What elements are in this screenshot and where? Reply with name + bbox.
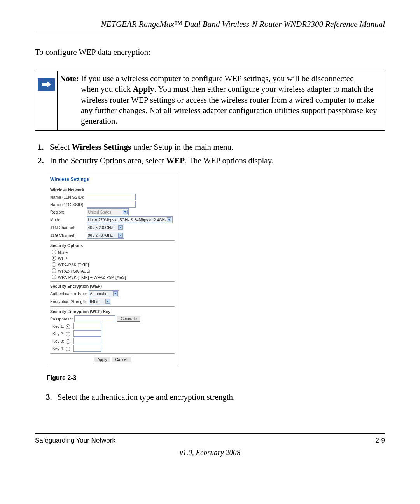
radio-icon[interactable] <box>66 332 70 336</box>
note-apply-word: Apply <box>133 84 154 94</box>
auth-type-select[interactable]: Automatic <box>89 290 119 297</box>
panel-title: Wireless Settings <box>50 177 175 182</box>
wireless-network-heading: Wireless Network <box>50 187 175 192</box>
radio-icon <box>52 262 56 267</box>
radio-icon[interactable] <box>66 339 70 344</box>
radio-icon <box>52 250 56 254</box>
note-text: Note: If you use a wireless computer to … <box>58 71 385 130</box>
mode-label: Mode: <box>50 217 85 222</box>
figure: Wireless Settings Wireless Network Name … <box>47 174 385 366</box>
secopt-label: WEP <box>58 256 67 261</box>
mode-select[interactable]: Up to 270Mbps at 5GHz & 54Mbps at 2.4GHz <box>87 216 173 223</box>
passphrase-input[interactable] <box>74 315 116 322</box>
step2-b: . The WEP options display. <box>185 156 273 165</box>
secopt-none[interactable]: None <box>52 249 175 255</box>
name-11g-input[interactable] <box>87 201 136 208</box>
name-11n-label: Name (11N SSID): <box>50 195 85 200</box>
note-rest-prefix: when you click <box>81 84 133 94</box>
key1-input[interactable] <box>74 323 102 329</box>
step-1: Select Wireless Settings under Setup in … <box>46 142 385 152</box>
note-icon-cell <box>35 71 58 130</box>
step3-number: 3. <box>46 392 52 402</box>
secopt-wpa-mixed[interactable]: WPA-PSK [TKIP] + WPA2-PSK [AES] <box>52 274 175 280</box>
apply-button[interactable]: Apply <box>94 357 110 362</box>
step2-bold: WEP <box>166 156 185 165</box>
step-2: In the Security Options area, select WEP… <box>46 156 385 166</box>
ch11n-label: 11N Channel: <box>50 225 85 230</box>
radio-icon[interactable] <box>66 346 70 351</box>
ch11n-select[interactable]: 40 / 5.200GHz <box>87 224 124 231</box>
radio-icon <box>52 256 56 261</box>
running-header: NETGEAR RangeMax™ Dual Band Wireless-N R… <box>35 19 385 32</box>
ch11g-label: 11G Channel: <box>50 233 85 238</box>
auth-type-label: Authentication Type: <box>50 291 87 296</box>
footer-left: Safeguarding Your Network <box>35 437 116 444</box>
step-3: 3.Select the authentication type and enc… <box>46 392 385 402</box>
name-11g-label: Name (11G SSID): <box>50 202 85 207</box>
secopt-label: WPA-PSK [TKIP] <box>58 262 89 267</box>
footer-page-number: 2-9 <box>375 437 385 444</box>
key1-label: Key 1: <box>52 324 64 329</box>
document-page: NETGEAR RangeMax™ Dual Band Wireless-N R… <box>0 0 420 469</box>
wep-key-heading: Security Encryption (WEP) Key <box>50 309 175 314</box>
key2-label: Key 2: <box>52 331 64 336</box>
secopt-wpa-tkip[interactable]: WPA-PSK [TKIP] <box>52 262 175 267</box>
intro-text: To configure WEP data encryption: <box>35 47 385 57</box>
secopt-wpa2-aes[interactable]: WPA2-PSK [AES] <box>52 268 175 273</box>
radio-icon <box>52 268 56 273</box>
key4-input[interactable] <box>74 345 102 352</box>
step3-text: Select the authentication type and encry… <box>58 392 235 402</box>
radio-icon <box>52 275 56 279</box>
step1-a: Select <box>50 142 72 152</box>
arrow-right-icon <box>38 78 55 91</box>
step2-a: In the Security Options area, select <box>50 156 166 165</box>
page-footer: Safeguarding Your Network 2-9 v1.0, Febr… <box>35 433 385 457</box>
note-label: Note: <box>60 74 79 83</box>
name-11n-input[interactable] <box>87 194 136 200</box>
footer-version: v1.0, February 2008 <box>35 448 385 457</box>
enc-strength-select[interactable]: 64bit <box>89 298 111 305</box>
radio-icon[interactable] <box>66 324 70 329</box>
figure-caption: Figure 2-3 <box>47 374 385 382</box>
step1-bold: Wireless Settings <box>72 142 131 152</box>
secopt-label: WPA-PSK [TKIP] + WPA2-PSK [AES] <box>58 275 126 280</box>
note-box: Note: If you use a wireless computer to … <box>35 71 385 131</box>
secopt-wep[interactable]: WEP <box>52 256 175 261</box>
ch11g-select[interactable]: 06 / 2.437GHz <box>87 232 124 239</box>
secopt-label: WPA2-PSK [AES] <box>58 269 90 273</box>
enc-strength-label: Encryption Strength: <box>50 299 87 304</box>
region-label: Region: <box>50 210 85 214</box>
security-options-heading: Security Options <box>50 243 175 248</box>
cancel-button[interactable]: Cancel <box>112 357 131 362</box>
key4-label: Key 4: <box>52 346 64 351</box>
key3-label: Key 3: <box>52 339 64 343</box>
note-first-line: If you use a wireless computer to config… <box>79 74 354 83</box>
passphrase-label: Passphrase: <box>50 317 73 321</box>
region-select[interactable]: United States <box>87 208 129 215</box>
router-panel-screenshot: Wireless Settings Wireless Network Name … <box>47 174 178 366</box>
key3-input[interactable] <box>74 338 102 344</box>
wep-encryption-heading: Security Encryption (WEP) <box>50 284 175 289</box>
step1-b: under Setup in the main menu. <box>131 142 233 152</box>
generate-button[interactable]: Generate <box>117 316 140 322</box>
key2-input[interactable] <box>74 330 102 337</box>
steps-list: Select Wireless Settings under Setup in … <box>35 142 385 166</box>
secopt-label: None <box>58 250 68 255</box>
